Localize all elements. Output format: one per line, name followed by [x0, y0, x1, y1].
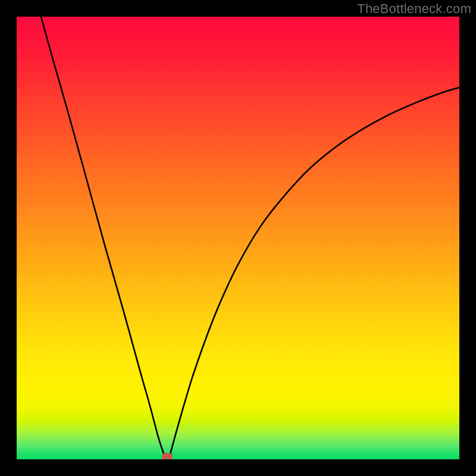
- curve-right: [170, 87, 459, 457]
- curve-layer: [17, 17, 459, 459]
- plot-area: [17, 17, 459, 459]
- watermark-text: TheBottleneck.com: [357, 1, 471, 17]
- chart-frame: TheBottleneck.com: [0, 0, 476, 476]
- curve-left: [41, 17, 165, 457]
- trough-marker: [162, 453, 173, 459]
